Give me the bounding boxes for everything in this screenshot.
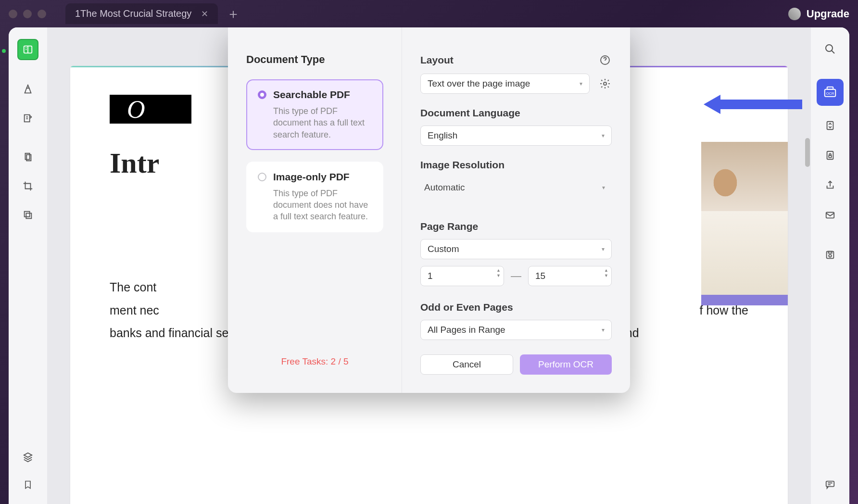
- convert-tool-icon[interactable]: [820, 115, 840, 136]
- left-sidebar: [9, 27, 47, 504]
- svg-rect-4: [25, 212, 30, 217]
- bookmark-icon[interactable]: [18, 475, 38, 494]
- avatar[interactable]: [788, 8, 801, 20]
- mail-icon[interactable]: [820, 205, 840, 225]
- svg-point-6: [826, 45, 833, 51]
- chevron-down-icon: ▾: [602, 132, 605, 139]
- copy-tool-icon[interactable]: [18, 205, 38, 225]
- layers-icon[interactable]: [18, 447, 38, 466]
- radio-icon: [258, 90, 266, 99]
- crop-tool-icon[interactable]: [18, 176, 38, 196]
- pages-panel-icon[interactable]: [18, 148, 38, 167]
- chevron-down-icon: ▾: [602, 327, 605, 333]
- document-type-heading: Document Type: [246, 53, 383, 66]
- option-title: Image-only PDF: [273, 171, 350, 183]
- svg-point-15: [829, 254, 832, 257]
- save-icon[interactable]: [820, 245, 840, 265]
- option-title: Searchable PDF: [273, 89, 350, 101]
- step-down-icon[interactable]: ▼: [496, 274, 501, 278]
- drop-cap: O: [110, 95, 191, 124]
- document-language-select[interactable]: English ▾: [420, 126, 612, 146]
- svg-rect-16: [828, 252, 832, 253]
- image-resolution-select[interactable]: Automatic ▾: [420, 177, 612, 198]
- traffic-lights: [9, 10, 46, 18]
- chevron-down-icon: ▾: [602, 246, 605, 252]
- ocr-settings-modal: Document Type Searchable PDF This type o…: [228, 27, 630, 393]
- range-dash: —: [511, 270, 521, 282]
- right-sidebar: OCR: [811, 27, 849, 504]
- reader-mode-icon[interactable]: [17, 39, 38, 60]
- maximize-window-button[interactable]: [38, 10, 46, 18]
- chevron-down-icon: ▾: [602, 184, 605, 191]
- option-image-only-pdf[interactable]: Image-only PDF This type of PDF document…: [246, 162, 383, 232]
- svg-rect-17: [826, 481, 834, 487]
- page-range-heading: Page Range: [420, 221, 612, 232]
- lock-document-icon[interactable]: [820, 145, 840, 165]
- svg-rect-12: [829, 155, 832, 158]
- upgrade-button[interactable]: Upgrade: [807, 8, 849, 20]
- document-tab[interactable]: 1The Most Crucial Strategy ✕: [65, 3, 218, 24]
- new-tab-button[interactable]: ＋: [227, 5, 240, 23]
- option-description: This type of PDF document has a full tex…: [258, 105, 372, 140]
- page-range-from-input[interactable]: 1 ▲▼: [420, 266, 504, 286]
- svg-text:OCR: OCR: [826, 91, 834, 96]
- layout-heading: Layout: [420, 54, 590, 66]
- page-range-select[interactable]: Custom ▾: [420, 239, 612, 259]
- svg-rect-8: [827, 87, 833, 89]
- step-up-icon[interactable]: ▲: [496, 268, 501, 273]
- app-window: OCR O: [9, 27, 849, 504]
- svg-rect-13: [826, 213, 834, 218]
- close-tab-icon[interactable]: ✕: [201, 9, 208, 19]
- help-icon[interactable]: [598, 53, 612, 67]
- status-dot: [2, 49, 6, 53]
- minimize-window-button[interactable]: [23, 10, 32, 18]
- document-image: [701, 142, 788, 305]
- scrollbar-thumb[interactable]: [805, 138, 810, 167]
- gear-icon[interactable]: [598, 77, 612, 90]
- close-window-button[interactable]: [9, 10, 17, 18]
- svg-rect-5: [26, 213, 31, 218]
- document-language-heading: Document Language: [420, 107, 612, 119]
- search-icon[interactable]: [820, 39, 840, 59]
- window-titlebar: 1The Most Crucial Strategy ✕ ＋ Upgrade: [0, 0, 858, 27]
- text-edit-tool-icon[interactable]: [18, 109, 38, 128]
- highlight-tool-icon[interactable]: [18, 80, 38, 99]
- chevron-down-icon: ▾: [580, 80, 582, 87]
- svg-point-19: [604, 82, 606, 85]
- option-description: This type of PDF document does not have …: [258, 188, 372, 223]
- perform-ocr-button[interactable]: Perform OCR: [520, 354, 612, 375]
- comments-icon[interactable]: [820, 474, 840, 494]
- odd-even-select[interactable]: All Pages in Range ▾: [420, 320, 612, 340]
- image-resolution-heading: Image Resolution: [420, 159, 612, 171]
- radio-icon: [258, 173, 266, 181]
- tab-title: 1The Most Crucial Strategy: [75, 8, 191, 19]
- odd-even-heading: Odd or Even Pages: [420, 302, 612, 313]
- ocr-tool-icon[interactable]: OCR: [817, 79, 844, 106]
- share-icon[interactable]: [820, 175, 840, 195]
- page-range-to-input[interactable]: 15 ▲▼: [528, 266, 612, 286]
- step-down-icon[interactable]: ▼: [604, 274, 608, 278]
- layout-select[interactable]: Text over the page image ▾: [420, 74, 590, 94]
- cancel-button[interactable]: Cancel: [420, 354, 513, 375]
- option-searchable-pdf[interactable]: Searchable PDF This type of PDF document…: [246, 79, 383, 150]
- free-tasks-label: Free Tasks: 2 / 5: [246, 356, 383, 367]
- step-up-icon[interactable]: ▲: [604, 268, 608, 273]
